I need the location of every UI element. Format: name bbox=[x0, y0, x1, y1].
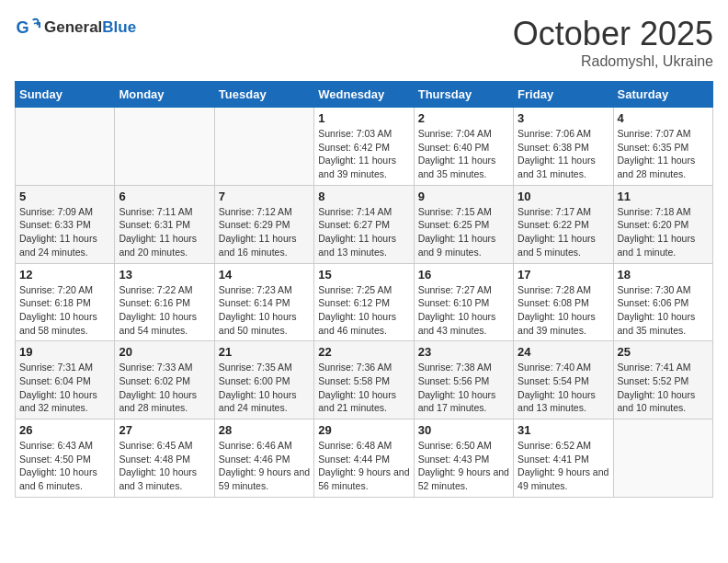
day-number: 26 bbox=[19, 423, 110, 437]
day-number: 10 bbox=[518, 190, 609, 203]
day-cell: 29Sunrise: 6:48 AM Sunset: 4:44 PM Dayli… bbox=[314, 419, 414, 498]
day-number: 9 bbox=[418, 190, 509, 203]
day-cell bbox=[16, 108, 115, 186]
day-cell: 26Sunrise: 6:43 AM Sunset: 4:50 PM Dayli… bbox=[16, 419, 115, 498]
day-number: 30 bbox=[418, 423, 509, 437]
day-info: Sunrise: 7:20 AM Sunset: 6:18 PM Dayligh… bbox=[19, 283, 110, 338]
day-cell: 28Sunrise: 6:46 AM Sunset: 4:46 PM Dayli… bbox=[214, 419, 313, 498]
week-row-3: 12Sunrise: 7:20 AM Sunset: 6:18 PM Dayli… bbox=[16, 263, 713, 341]
day-cell: 5Sunrise: 7:09 AM Sunset: 6:33 PM Daylig… bbox=[16, 185, 115, 263]
day-cell: 12Sunrise: 7:20 AM Sunset: 6:18 PM Dayli… bbox=[16, 263, 115, 341]
day-info: Sunrise: 6:50 AM Sunset: 4:43 PM Dayligh… bbox=[418, 439, 509, 493]
day-number: 6 bbox=[119, 190, 210, 203]
day-number: 24 bbox=[518, 345, 609, 359]
week-row-4: 19Sunrise: 7:31 AM Sunset: 6:04 PM Dayli… bbox=[16, 341, 713, 419]
day-info: Sunrise: 6:48 AM Sunset: 4:44 PM Dayligh… bbox=[318, 439, 409, 493]
day-cell: 30Sunrise: 6:50 AM Sunset: 4:43 PM Dayli… bbox=[414, 419, 513, 498]
weekday-wednesday: Wednesday bbox=[314, 82, 414, 108]
day-cell: 2Sunrise: 7:04 AM Sunset: 6:40 PM Daylig… bbox=[414, 108, 513, 186]
day-info: Sunrise: 7:11 AM Sunset: 6:31 PM Dayligh… bbox=[119, 205, 210, 259]
month-title: October 2025 bbox=[513, 15, 713, 53]
day-info: Sunrise: 7:04 AM Sunset: 6:40 PM Dayligh… bbox=[418, 127, 509, 181]
day-info: Sunrise: 7:12 AM Sunset: 6:29 PM Dayligh… bbox=[219, 205, 310, 259]
day-number: 14 bbox=[219, 268, 310, 282]
day-number: 25 bbox=[618, 345, 709, 359]
day-info: Sunrise: 7:35 AM Sunset: 6:00 PM Dayligh… bbox=[219, 361, 310, 415]
day-info: Sunrise: 7:25 AM Sunset: 6:12 PM Dayligh… bbox=[318, 283, 409, 338]
logo: G GeneralBlue bbox=[15, 15, 136, 40]
day-cell: 23Sunrise: 7:38 AM Sunset: 5:56 PM Dayli… bbox=[414, 341, 513, 419]
day-cell: 7Sunrise: 7:12 AM Sunset: 6:29 PM Daylig… bbox=[214, 185, 313, 263]
day-info: Sunrise: 7:27 AM Sunset: 6:10 PM Dayligh… bbox=[418, 283, 509, 338]
week-row-2: 5Sunrise: 7:09 AM Sunset: 6:33 PM Daylig… bbox=[16, 185, 713, 263]
day-info: Sunrise: 6:46 AM Sunset: 4:46 PM Dayligh… bbox=[219, 439, 310, 493]
day-cell: 13Sunrise: 7:22 AM Sunset: 6:16 PM Dayli… bbox=[115, 263, 214, 341]
day-info: Sunrise: 7:17 AM Sunset: 6:22 PM Dayligh… bbox=[518, 205, 609, 259]
week-row-1: 1Sunrise: 7:03 AM Sunset: 6:42 PM Daylig… bbox=[16, 108, 713, 186]
day-number: 15 bbox=[318, 268, 409, 282]
day-info: Sunrise: 7:07 AM Sunset: 6:35 PM Dayligh… bbox=[618, 127, 709, 181]
day-cell: 15Sunrise: 7:25 AM Sunset: 6:12 PM Dayli… bbox=[314, 263, 414, 341]
weekday-tuesday: Tuesday bbox=[214, 82, 313, 108]
day-info: Sunrise: 7:03 AM Sunset: 6:42 PM Dayligh… bbox=[318, 127, 409, 181]
weekday-monday: Monday bbox=[115, 82, 214, 108]
logo-general: General bbox=[44, 18, 102, 36]
day-cell: 16Sunrise: 7:27 AM Sunset: 6:10 PM Dayli… bbox=[414, 263, 513, 341]
day-cell bbox=[214, 108, 313, 186]
weekday-friday: Friday bbox=[514, 82, 613, 108]
day-number: 7 bbox=[219, 190, 310, 203]
day-number: 11 bbox=[618, 190, 709, 203]
day-number: 19 bbox=[19, 345, 110, 359]
day-info: Sunrise: 7:06 AM Sunset: 6:38 PM Dayligh… bbox=[518, 127, 609, 181]
day-info: Sunrise: 7:33 AM Sunset: 6:02 PM Dayligh… bbox=[119, 361, 210, 415]
day-number: 8 bbox=[318, 190, 409, 203]
day-cell: 19Sunrise: 7:31 AM Sunset: 6:04 PM Dayli… bbox=[16, 341, 115, 419]
day-info: Sunrise: 7:15 AM Sunset: 6:25 PM Dayligh… bbox=[418, 205, 509, 259]
day-info: Sunrise: 7:40 AM Sunset: 5:54 PM Dayligh… bbox=[518, 361, 609, 415]
day-number: 4 bbox=[618, 111, 709, 125]
day-info: Sunrise: 7:09 AM Sunset: 6:33 PM Dayligh… bbox=[19, 205, 110, 259]
day-number: 27 bbox=[119, 423, 210, 437]
day-cell: 10Sunrise: 7:17 AM Sunset: 6:22 PM Dayli… bbox=[514, 185, 613, 263]
day-info: Sunrise: 7:36 AM Sunset: 5:58 PM Dayligh… bbox=[318, 361, 409, 415]
day-number: 21 bbox=[219, 345, 310, 359]
day-cell: 17Sunrise: 7:28 AM Sunset: 6:08 PM Dayli… bbox=[514, 263, 613, 341]
weekday-thursday: Thursday bbox=[414, 82, 513, 108]
day-number: 22 bbox=[318, 345, 409, 359]
day-cell: 31Sunrise: 6:52 AM Sunset: 4:41 PM Dayli… bbox=[514, 419, 613, 498]
day-number: 13 bbox=[119, 268, 210, 282]
day-info: Sunrise: 7:31 AM Sunset: 6:04 PM Dayligh… bbox=[19, 361, 110, 415]
day-number: 18 bbox=[618, 268, 709, 282]
weekday-sunday: Sunday bbox=[16, 82, 115, 108]
day-number: 3 bbox=[518, 111, 609, 125]
day-info: Sunrise: 6:43 AM Sunset: 4:50 PM Dayligh… bbox=[19, 439, 110, 493]
day-number: 12 bbox=[19, 268, 110, 282]
calendar-body: 1Sunrise: 7:03 AM Sunset: 6:42 PM Daylig… bbox=[16, 108, 713, 498]
day-info: Sunrise: 6:45 AM Sunset: 4:48 PM Dayligh… bbox=[119, 439, 210, 493]
svg-text:G: G bbox=[16, 18, 28, 37]
day-cell: 3Sunrise: 7:06 AM Sunset: 6:38 PM Daylig… bbox=[514, 108, 613, 186]
day-info: Sunrise: 7:14 AM Sunset: 6:27 PM Dayligh… bbox=[318, 205, 409, 259]
day-number: 29 bbox=[318, 423, 409, 437]
day-cell: 25Sunrise: 7:41 AM Sunset: 5:52 PM Dayli… bbox=[613, 341, 712, 419]
day-cell: 8Sunrise: 7:14 AM Sunset: 6:27 PM Daylig… bbox=[314, 185, 414, 263]
day-info: Sunrise: 7:30 AM Sunset: 6:06 PM Dayligh… bbox=[618, 283, 709, 338]
day-info: Sunrise: 7:22 AM Sunset: 6:16 PM Dayligh… bbox=[119, 283, 210, 338]
day-cell: 9Sunrise: 7:15 AM Sunset: 6:25 PM Daylig… bbox=[414, 185, 513, 263]
logo-blue: Blue bbox=[102, 18, 136, 36]
day-cell: 1Sunrise: 7:03 AM Sunset: 6:42 PM Daylig… bbox=[314, 108, 414, 186]
day-cell bbox=[613, 419, 712, 498]
location-title: Radomyshl, Ukraine bbox=[513, 53, 713, 70]
day-info: Sunrise: 7:41 AM Sunset: 5:52 PM Dayligh… bbox=[618, 361, 709, 415]
day-cell: 11Sunrise: 7:18 AM Sunset: 6:20 PM Dayli… bbox=[613, 185, 712, 263]
day-cell: 6Sunrise: 7:11 AM Sunset: 6:31 PM Daylig… bbox=[115, 185, 214, 263]
day-cell: 4Sunrise: 7:07 AM Sunset: 6:35 PM Daylig… bbox=[613, 108, 712, 186]
weekday-saturday: Saturday bbox=[613, 82, 712, 108]
day-cell: 24Sunrise: 7:40 AM Sunset: 5:54 PM Dayli… bbox=[514, 341, 613, 419]
day-cell: 18Sunrise: 7:30 AM Sunset: 6:06 PM Dayli… bbox=[613, 263, 712, 341]
weekday-header-row: SundayMondayTuesdayWednesdayThursdayFrid… bbox=[16, 82, 713, 108]
day-cell: 22Sunrise: 7:36 AM Sunset: 5:58 PM Dayli… bbox=[314, 341, 414, 419]
day-number: 23 bbox=[418, 345, 509, 359]
day-cell: 20Sunrise: 7:33 AM Sunset: 6:02 PM Dayli… bbox=[115, 341, 214, 419]
day-number: 17 bbox=[518, 268, 609, 282]
